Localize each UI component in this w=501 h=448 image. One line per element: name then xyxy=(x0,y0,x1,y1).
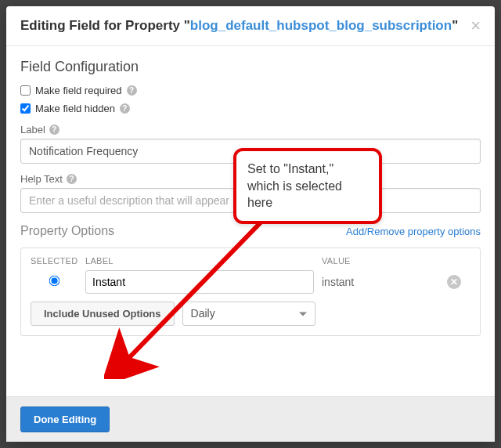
edit-field-modal: Editing Field for Property "blog_default… xyxy=(6,6,495,442)
option-value: instant xyxy=(322,276,439,288)
help-icon[interactable]: ? xyxy=(67,174,77,184)
required-label: Make field required xyxy=(35,85,122,96)
hidden-row: Make field hidden ? xyxy=(20,103,481,114)
done-editing-button[interactable]: Done Editing xyxy=(20,406,110,432)
modal-body: Field Configuration Make field required … xyxy=(6,46,495,396)
col-selected: SELECTED xyxy=(31,256,77,266)
col-value: VALUE xyxy=(322,256,439,266)
property-link[interactable]: blog_default_hubspot_blog_subscription xyxy=(190,18,452,33)
modal-title: Editing Field for Property "blog_default… xyxy=(20,18,458,34)
help-icon[interactable]: ? xyxy=(120,103,130,114)
label-field-label: Label ? xyxy=(20,124,481,135)
add-remove-options-link[interactable]: Add/Remove property options xyxy=(346,226,481,237)
unused-options-select[interactable]: Daily xyxy=(182,302,315,326)
options-box: SELECTED LABEL VALUE instant ✕ Include U… xyxy=(20,247,481,336)
option-row: instant ✕ xyxy=(31,270,470,294)
annotation-callout: Set to "Instant," which is selected here xyxy=(233,148,382,224)
section-field-config: Field Configuration xyxy=(20,59,481,75)
required-checkbox[interactable] xyxy=(20,85,31,96)
required-row: Make field required ? xyxy=(20,85,481,96)
chevron-down-icon xyxy=(299,312,307,316)
col-label: LABEL xyxy=(85,256,314,266)
option-selected-radio[interactable] xyxy=(49,276,59,287)
hidden-label: Make field hidden xyxy=(35,103,115,114)
help-icon[interactable]: ? xyxy=(49,125,59,135)
option-label-input[interactable] xyxy=(85,270,314,294)
section-property-options: Property Options xyxy=(20,224,114,238)
close-icon[interactable]: × xyxy=(470,17,481,34)
help-icon[interactable]: ? xyxy=(127,85,137,96)
include-unused-button[interactable]: Include Unused Options xyxy=(31,302,175,326)
modal-footer: Done Editing xyxy=(6,396,495,442)
remove-option-icon[interactable]: ✕ xyxy=(447,275,461,289)
hidden-checkbox[interactable] xyxy=(20,103,31,114)
modal-header: Editing Field for Property "blog_default… xyxy=(6,6,495,46)
